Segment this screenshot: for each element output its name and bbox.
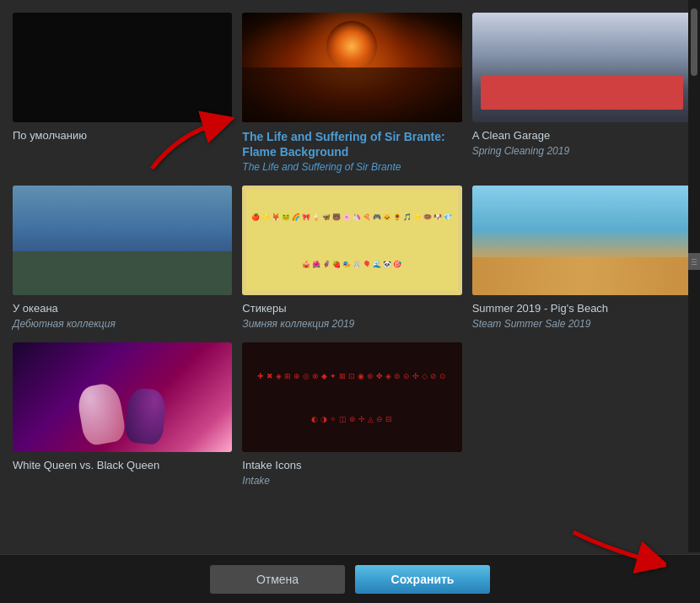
- item-title: Стикеры: [242, 302, 461, 316]
- item-thumbnail: ✚✖◈⊞⊕ ◎⊗◆✦⊠ ⊡◉⊛✤◈ ⊜⊝✣◇⊘ ⊙◐◑✧◫ ⊚✢◬⊖⊟: [242, 342, 461, 452]
- item-subtitle: Зимняя коллекция 2019: [242, 318, 461, 330]
- list-item[interactable]: Summer 2019 - Pig's Beach Steam Summer S…: [472, 186, 692, 330]
- item-thumbnail: [13, 342, 232, 452]
- list-item[interactable]: The Life and Suffering of Sir Brante: Fl…: [242, 13, 461, 173]
- item-subtitle: The Life and Suffering of Sir Brante: [242, 161, 461, 173]
- grip-line: [692, 259, 697, 260]
- item-title: The Life and Suffering of Sir Brante: Fl…: [242, 129, 461, 159]
- item-thumbnail: [472, 186, 692, 295]
- item-thumbnail: [472, 13, 692, 122]
- scrollbar[interactable]: [688, 0, 700, 552]
- item-thumbnail: 🍎🌟🦊🐸🌈 🎀🍦🦋🐻🌸 🦄🍕🎮🐱🌻 🎵⭐🍩🐶💎 🎪🌺🦸🍓🎭 🐰🎈🌊🐼🎯: [242, 186, 461, 295]
- list-item[interactable]: ✚✖◈⊞⊕ ◎⊗◆✦⊠ ⊡◉⊛✤◈ ⊜⊝✣◇⊘ ⊙◐◑✧◫ ⊚✢◬⊖⊟ Inta…: [242, 342, 461, 487]
- item-thumbnail: [242, 13, 461, 122]
- grip-line: [692, 261, 697, 262]
- grip-line: [692, 264, 697, 265]
- scrollbar-thumb[interactable]: [691, 8, 697, 76]
- item-thumbnail: [13, 13, 232, 122]
- list-item[interactable]: A Clean Garage Spring Cleaning 2019: [472, 13, 692, 173]
- item-title: У океана: [13, 302, 232, 316]
- item-title: A Clean Garage: [472, 129, 692, 143]
- list-item[interactable]: По умолчанию: [13, 13, 232, 173]
- dialog-footer: Отмена Сохранить: [0, 554, 700, 603]
- item-title: Intake Icons: [242, 459, 461, 473]
- list-item[interactable]: У океана Дебютная коллекция: [13, 186, 232, 330]
- scrollbar-grip: [688, 253, 700, 270]
- save-button[interactable]: Сохранить: [355, 565, 490, 594]
- item-grid: По умолчанию The Life and Suffering of S…: [0, 0, 700, 554]
- item-subtitle: Steam Summer Sale 2019: [472, 318, 692, 330]
- item-title: Summer 2019 - Pig's Beach: [472, 302, 692, 316]
- list-item[interactable]: 🍎🌟🦊🐸🌈 🎀🍦🦋🐻🌸 🦄🍕🎮🐱🌻 🎵⭐🍩🐶💎 🎪🌺🦸🍓🎭 🐰🎈🌊🐼🎯 Стик…: [242, 186, 461, 330]
- item-title: White Queen vs. Black Queen: [13, 459, 232, 473]
- item-subtitle: Spring Cleaning 2019: [472, 145, 692, 157]
- item-subtitle: Intake: [242, 475, 461, 487]
- list-item[interactable]: White Queen vs. Black Queen: [13, 342, 232, 487]
- item-thumbnail: [13, 186, 232, 295]
- cancel-button[interactable]: Отмена: [210, 565, 345, 594]
- item-subtitle: Дебютная коллекция: [13, 318, 232, 330]
- background-selector-dialog: По умолчанию The Life and Suffering of S…: [0, 0, 700, 603]
- item-title: По умолчанию: [13, 129, 232, 143]
